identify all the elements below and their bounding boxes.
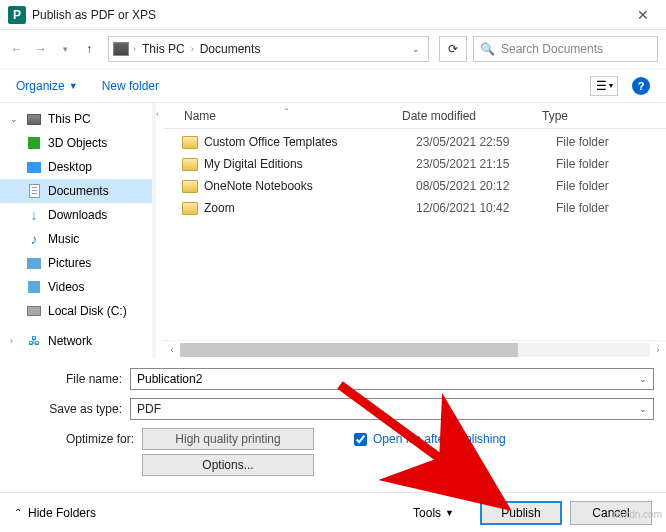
saveas-type-dropdown[interactable]: PDF ⌄: [130, 398, 654, 420]
folder-icon: [182, 136, 198, 149]
toolbar: Organize▼ New folder ☰▾ ?: [0, 68, 666, 102]
scroll-right-icon[interactable]: ›: [650, 345, 666, 355]
scrollbar-thumb[interactable]: [180, 343, 518, 357]
title-bar: P Publish as PDF or XPS ✕: [0, 0, 666, 30]
optimize-label: Optimize for:: [48, 428, 142, 446]
file-date: 23/05/2021 21:15: [416, 157, 556, 171]
file-row[interactable]: Custom Office Templates23/05/2021 22:59F…: [164, 131, 666, 153]
chevron-up-icon: ⌃: [14, 507, 22, 518]
file-date: 12/06/2021 10:42: [416, 201, 556, 215]
file-date: 08/05/2021 20:12: [416, 179, 556, 193]
chevron-down-icon: ▼: [445, 508, 454, 518]
organize-menu[interactable]: Organize▼: [16, 79, 78, 93]
column-type[interactable]: Type: [542, 109, 666, 123]
sidebar-item-documents[interactable]: Documents: [0, 179, 152, 203]
sidebar-item-label: 3D Objects: [48, 136, 107, 150]
tools-menu[interactable]: Tools ▼: [413, 506, 454, 520]
sidebar-item-label: Downloads: [48, 208, 107, 222]
close-icon[interactable]: ✕: [628, 7, 658, 23]
documents-icon: [29, 184, 40, 198]
publish-button[interactable]: Publish: [480, 501, 562, 525]
sidebar-item-pictures[interactable]: Pictures: [0, 251, 152, 275]
file-date: 23/05/2021 22:59: [416, 135, 556, 149]
crumb-this-pc[interactable]: This PC: [140, 42, 187, 56]
disk-icon: [27, 306, 41, 316]
recent-locations-icon[interactable]: ▾: [56, 40, 74, 58]
sidebar-item-label: This PC: [48, 112, 91, 126]
file-row[interactable]: OneNote Notebooks08/05/2021 20:12File fo…: [164, 175, 666, 197]
column-headers[interactable]: ⌃Name Date modified Type: [164, 103, 666, 129]
network-icon: 🖧: [26, 333, 42, 349]
saveas-value: PDF: [137, 402, 161, 416]
refresh-icon[interactable]: ⟳: [439, 36, 467, 62]
download-icon: ↓: [26, 207, 42, 223]
chevron-right-icon: ›: [191, 44, 194, 54]
chevron-down-icon[interactable]: ⌄: [408, 44, 424, 54]
search-input[interactable]: 🔍 Search Documents: [473, 36, 658, 62]
search-placeholder: Search Documents: [501, 42, 603, 56]
forward-icon[interactable]: →: [32, 40, 50, 58]
sidebar-item-videos[interactable]: Videos: [0, 275, 152, 299]
chevron-down-icon[interactable]: ⌄: [639, 374, 647, 384]
folder-icon: [182, 202, 198, 215]
filename-input[interactable]: Publication2 ⌄: [130, 368, 654, 390]
pictures-icon: [27, 258, 41, 269]
chevron-right-icon: ›: [133, 44, 136, 54]
file-row[interactable]: Zoom12/06/2021 10:42File folder: [164, 197, 666, 219]
view-options-icon[interactable]: ☰▾: [590, 76, 618, 96]
sidebar-item-this-pc[interactable]: ⌄ This PC: [0, 107, 152, 131]
nav-bar: ← → ▾ ↑ › This PC › Documents ⌄ ⟳ 🔍 Sear…: [0, 30, 666, 68]
folder-icon: [182, 180, 198, 193]
chevron-down-icon: ⌄: [639, 404, 647, 414]
sidebar-item-label: Desktop: [48, 160, 92, 174]
search-icon: 🔍: [480, 42, 495, 56]
file-list: ⌃Name Date modified Type Custom Office T…: [164, 103, 666, 358]
sidebar-item-3d-objects[interactable]: 3D Objects: [0, 131, 152, 155]
sidebar-item-label: Local Disk (C:): [48, 304, 127, 318]
help-icon[interactable]: ?: [632, 77, 650, 95]
file-type: File folder: [556, 179, 666, 193]
window-title: Publish as PDF or XPS: [32, 8, 628, 22]
sidebar-item-local-disk[interactable]: Local Disk (C:): [0, 299, 152, 323]
breadcrumb[interactable]: › This PC › Documents ⌄: [108, 36, 429, 62]
music-icon: ♪: [26, 231, 42, 247]
file-type: File folder: [556, 135, 666, 149]
file-name: Custom Office Templates: [204, 135, 416, 149]
app-icon: P: [8, 6, 26, 24]
open-after-checkbox[interactable]: [354, 433, 367, 446]
new-folder-button[interactable]: New folder: [102, 79, 159, 93]
pc-icon: [27, 114, 41, 125]
hide-folders-button[interactable]: ⌃ Hide Folders: [14, 506, 96, 520]
chevron-left-icon[interactable]: ‹: [156, 103, 164, 358]
saveas-label: Save as type:: [12, 402, 130, 416]
back-icon[interactable]: ←: [8, 40, 26, 58]
sidebar: ⌄ This PC 3D Objects Desktop Documents ↓…: [0, 103, 152, 358]
open-after-label[interactable]: Open file after publishing: [373, 432, 506, 446]
sidebar-item-desktop[interactable]: Desktop: [0, 155, 152, 179]
optimize-value: High quality printing: [142, 428, 314, 450]
videos-icon: [28, 281, 40, 293]
expand-icon[interactable]: ›: [10, 336, 20, 346]
horizontal-scrollbar[interactable]: ‹ ›: [164, 340, 666, 358]
options-button[interactable]: Options...: [142, 454, 314, 476]
collapse-icon[interactable]: ⌄: [10, 114, 20, 124]
filename-value: Publication2: [137, 372, 202, 386]
up-icon[interactable]: ↑: [80, 40, 98, 58]
sidebar-item-downloads[interactable]: ↓ Downloads: [0, 203, 152, 227]
sidebar-item-network[interactable]: › 🖧 Network: [0, 329, 152, 353]
scroll-left-icon[interactable]: ‹: [164, 345, 180, 355]
desktop-icon: [27, 162, 41, 173]
filename-label: File name:: [12, 372, 130, 386]
save-form: File name: Publication2 ⌄ Save as type: …: [0, 358, 666, 480]
pc-icon: [113, 42, 129, 56]
file-row[interactable]: My Digital Editions23/05/2021 21:15File …: [164, 153, 666, 175]
sidebar-item-label: Pictures: [48, 256, 91, 270]
crumb-documents[interactable]: Documents: [198, 42, 263, 56]
column-date[interactable]: Date modified: [402, 109, 542, 123]
cube-icon: [28, 137, 40, 149]
dialog-footer: ⌃ Hide Folders Tools ▼ Publish Cancel: [0, 492, 666, 532]
column-name[interactable]: ⌃Name: [164, 109, 402, 123]
file-type: File folder: [556, 201, 666, 215]
file-name: Zoom: [204, 201, 416, 215]
sidebar-item-music[interactable]: ♪ Music: [0, 227, 152, 251]
